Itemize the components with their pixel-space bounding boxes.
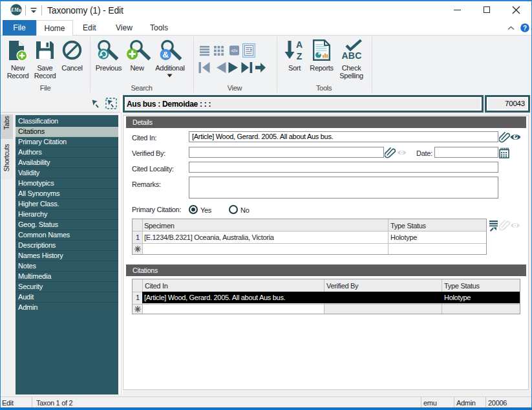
svg-text:?: ?	[523, 25, 527, 32]
svg-text:Z: Z	[297, 51, 303, 61]
svg-text:ABC: ABC	[341, 50, 361, 60]
svg-text:</>: </>	[231, 49, 237, 53]
svg-text:&: &	[162, 50, 169, 59]
svg-text:A: A	[296, 40, 303, 50]
svg-text:EMu: EMu	[10, 7, 21, 13]
